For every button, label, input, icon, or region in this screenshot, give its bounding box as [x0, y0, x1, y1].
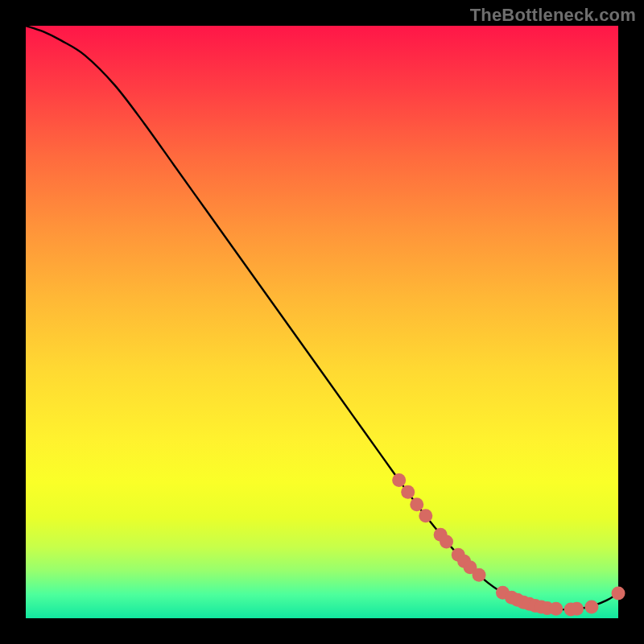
- data-marker: [584, 601, 598, 614]
- data-marker: [612, 587, 625, 601]
- data-marker: [392, 473, 406, 487]
- data-marker: [570, 602, 584, 616]
- data-marker: [440, 535, 453, 549]
- data-marker: [401, 485, 415, 499]
- data-marker: [410, 497, 423, 511]
- chart-overlay: [0, 0, 644, 644]
- data-marker: [419, 509, 432, 522]
- marker-group: [392, 473, 625, 616]
- data-marker: [473, 568, 486, 582]
- curve-path: [26, 26, 618, 609]
- chart-stage: TheBottleneck.com: [0, 0, 644, 644]
- curve-line: [26, 26, 618, 609]
- data-marker: [549, 602, 563, 616]
